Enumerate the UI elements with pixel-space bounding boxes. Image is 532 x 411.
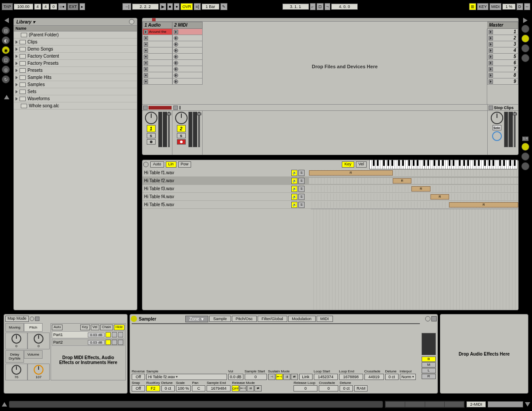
detune-field[interactable]: 0 ct [385, 374, 399, 380]
browser-item[interactable]: Samples [14, 81, 137, 88]
browser-item[interactable]: Presets [14, 67, 137, 74]
zone-audio-icon[interactable]: 🔊 [291, 202, 297, 208]
scene-play-icon[interactable] [489, 61, 493, 65]
browser-item[interactable]: Waveforms [14, 95, 137, 102]
waveform-display[interactable] [132, 323, 420, 324]
collapse-left-icon[interactable] [2, 18, 9, 23]
clip-stop-icon[interactable]: ▪ [144, 79, 148, 84]
ovr-button[interactable]: OVR [180, 3, 193, 10]
browser-item[interactable]: Sample Hits [14, 74, 137, 81]
ram-button[interactable]: RAM [354, 385, 368, 391]
scale-field[interactable]: 100 % [176, 385, 191, 391]
collapse-right-icon[interactable] [523, 18, 528, 23]
clip-slot[interactable]: ▪ [142, 66, 172, 72]
zone-key-range[interactable]: R [309, 194, 518, 200]
computer-midi-button[interactable]: ⊞ [469, 3, 476, 10]
d-button[interactable] [521, 153, 529, 160]
show-hide-up-icon[interactable] [2, 402, 7, 407]
modulation-tab[interactable]: Modulation [288, 316, 316, 322]
loop-start-button[interactable]: ⌐ [310, 3, 316, 10]
detune2-field[interactable]: 0 ct [161, 385, 175, 391]
macro-knob-1[interactable]: 0 [5, 333, 27, 349]
device-activator-icon[interactable] [131, 316, 137, 322]
quantize-field[interactable]: 1 Bar [202, 4, 219, 10]
clip-record-icon[interactable] [174, 42, 178, 47]
clip-slot[interactable] [172, 78, 203, 85]
snap-field[interactable]: Off [132, 385, 145, 391]
scene-slot[interactable]: 1 [487, 29, 518, 35]
stop-all-icon[interactable] [143, 106, 148, 110]
track-activator[interactable]: 1 [147, 125, 156, 132]
clip-slot[interactable]: ▪ [142, 72, 172, 78]
browser-item[interactable]: (Parent Folder) [14, 31, 137, 39]
clip-slot[interactable] [172, 72, 203, 78]
chain-audio-icon[interactable] [106, 332, 111, 337]
audio-effects-drop-zone[interactable]: Drop Audio Effects Here [440, 314, 528, 394]
scene-play-icon[interactable] [489, 55, 493, 59]
scene-slot[interactable]: 4 [487, 47, 518, 54]
zone-solo-icon[interactable]: S [298, 202, 305, 208]
zone-key-range[interactable]: R [309, 170, 518, 176]
browser-search-icon[interactable] [129, 19, 134, 24]
loop-end-button[interactable]: ¬ [325, 3, 330, 10]
auto-button[interactable]: Auto [150, 161, 164, 168]
loop-start-field[interactable]: 1452374 [314, 374, 338, 380]
m-button[interactable] [521, 143, 529, 151]
macro-knob-4[interactable]: 107 [27, 364, 50, 380]
sample-select[interactable]: Hi Table f2.wav [146, 374, 227, 380]
zone-row[interactable]: Hi Table f3.wav🔊SR [142, 185, 518, 193]
filter-global-tab[interactable]: Filter/Global [258, 316, 287, 322]
zone-tab[interactable]: Zone ▼ [185, 316, 208, 322]
device-help-icon[interactable] [425, 316, 430, 321]
clip-stop-icon[interactable]: ▪ [144, 36, 148, 40]
clip-record-icon[interactable] [174, 55, 178, 59]
position-field-2[interactable]: 3. 1. 1 [282, 4, 309, 10]
browser-icon-5[interactable]: ◎ [2, 66, 10, 74]
clip-record-icon[interactable] [174, 67, 178, 71]
scene-play-icon[interactable] [489, 79, 493, 84]
clip-slot[interactable] [172, 54, 203, 60]
pow-button[interactable]: Pow [178, 161, 192, 168]
clip-stop-icon[interactable]: ▪ [144, 48, 148, 53]
moving-tab[interactable]: Moving [5, 323, 24, 332]
stop-icon[interactable] [489, 106, 493, 110]
map-mode-button[interactable]: Map Mode [5, 316, 29, 322]
pitch-osc-tab[interactable]: Pitch/Osc [232, 316, 257, 322]
zone-solo-icon[interactable]: S [298, 186, 305, 192]
loop-button[interactable]: ⊡ [317, 3, 324, 10]
loop-end-field[interactable]: 1678898 [339, 374, 363, 380]
stop-button[interactable]: ■ [167, 3, 173, 10]
wave-l-button[interactable]: L [422, 368, 436, 373]
chain-vel-button[interactable]: Vel [91, 325, 99, 330]
clip-stop-icon[interactable]: ▪ [144, 67, 148, 71]
macro-knob-2[interactable]: 0 [27, 333, 50, 349]
scene-play-icon[interactable] [489, 73, 493, 78]
clip-play-icon[interactable] [144, 30, 148, 34]
scene-play-icon[interactable] [489, 48, 493, 53]
browser-icon-4[interactable]: ⊡ [2, 56, 10, 64]
sr-button[interactable]: S R [522, 137, 528, 141]
expand-icon[interactable] [16, 83, 18, 86]
browser-item[interactable]: Factory Content [14, 53, 137, 60]
pan-knob[interactable] [145, 112, 157, 124]
zone-audio-icon[interactable]: 🔊 [291, 186, 297, 192]
lin-button[interactable]: Lin [166, 161, 176, 168]
master-track-header[interactable]: Master [487, 22, 518, 29]
expand-icon[interactable] [16, 69, 18, 72]
track-activator[interactable]: 2 [177, 125, 186, 132]
clip-slot[interactable]: ▪ [142, 35, 172, 41]
browser-icon-3-active[interactable]: ◉ [2, 46, 10, 54]
clip-record-icon[interactable] [174, 79, 178, 84]
scene-slot[interactable]: 6 [487, 60, 518, 66]
tempo-field[interactable]: 100.00 [14, 4, 33, 10]
zone-solo-icon[interactable]: S [298, 170, 305, 176]
zone-audio-icon[interactable]: 🔊 [291, 170, 297, 176]
mixer-button[interactable] [521, 54, 529, 62]
expand-icon[interactable] [16, 90, 18, 94]
scene-slot[interactable]: 2 [487, 35, 518, 41]
zone-row-selected[interactable]: Hi Table f2.wav🔊SR [142, 177, 518, 185]
chain-button[interactable]: Chain [100, 325, 113, 330]
zone-audio-icon[interactable]: 🔊 [291, 194, 297, 200]
zone-toggle-icon[interactable] [143, 162, 149, 167]
sample-start-field[interactable]: 0 [245, 374, 267, 380]
